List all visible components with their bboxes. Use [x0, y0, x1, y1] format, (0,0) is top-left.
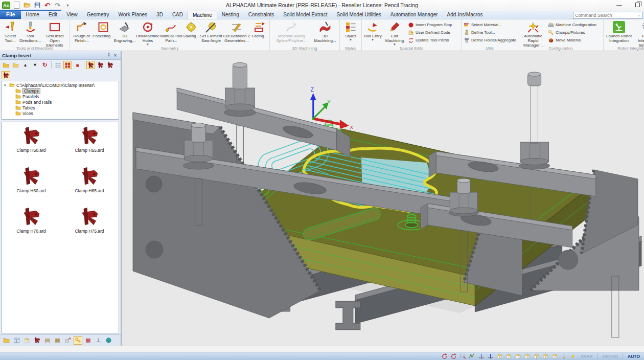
define-tool-button[interactable]: Define Tool...: [463, 29, 517, 36]
red-grid-icon[interactable]: ▦: [84, 336, 93, 345]
edit-machining-button[interactable]: Edit Machining ▾: [382, 20, 407, 44]
chevron-down-icon[interactable]: ⌄: [637, 13, 642, 17]
tab-view[interactable]: View: [62, 11, 82, 19]
tree-root[interactable]: ▾ C:\Alphacam\LICOMDIR\Clamp Inserter\: [2, 82, 119, 88]
tree-item-pods-and-rails[interactable]: Pods and Rails: [2, 99, 119, 105]
machine-along-spline-button[interactable]: Machine Along Spline/Polyline...: [271, 20, 312, 44]
3d-machining-button[interactable]: 3D Machining...: [312, 20, 338, 44]
cabinet-icon[interactable]: ▦: [53, 336, 62, 345]
cut-between-2-geometries-button[interactable]: Cut Between 2 Geometries...: [222, 20, 251, 44]
rotate-view-icon[interactable]: [441, 353, 448, 359]
list-item[interactable]: Clamp H50.ard: [2, 126, 60, 167]
tree-item-parallels[interactable]: Parallels: [2, 94, 119, 99]
drop-axis-icon[interactable]: [560, 353, 568, 359]
move-up-icon[interactable]: ▲: [21, 61, 30, 69]
tab-edit[interactable]: Edit: [44, 11, 62, 19]
tree-item-tables[interactable]: Tables: [2, 105, 119, 110]
tool-entry-button[interactable]: Tool Entry ▾: [363, 20, 382, 44]
tab-nesting[interactable]: Nesting: [217, 11, 244, 19]
launch-robot-integration-button[interactable]: Launch Robot Integration: [605, 20, 633, 44]
iso-view-icon[interactable]: [523, 353, 531, 359]
select-material-button[interactable]: Select Material...: [463, 21, 517, 28]
tab-automation-manager[interactable]: Automation Manager: [386, 11, 443, 19]
move-material-button[interactable]: Move Material: [547, 37, 602, 43]
user-defined-code-button[interactable]: User Defined Code: [407, 29, 460, 36]
tree-item-vices[interactable]: Vices: [2, 110, 119, 116]
folder-icon[interactable]: [2, 336, 11, 345]
pin-icon[interactable]: [105, 52, 112, 58]
close-icon[interactable]: ×: [112, 53, 119, 58]
world-icon[interactable]: [104, 336, 113, 345]
tab-solid-model-utilities[interactable]: Solid Model Utilities: [332, 11, 385, 19]
move-down-icon[interactable]: ▼: [31, 61, 39, 69]
export-box-icon[interactable]: [63, 336, 72, 345]
list-item[interactable]: Clamp H65.ard: [60, 167, 119, 207]
tab-3d[interactable]: 3D: [152, 11, 168, 19]
tab-add-ins-macros[interactable]: Add-Ins/Macros: [443, 11, 488, 19]
iso-view-icon[interactable]: [551, 353, 559, 359]
ortho-toggle[interactable]: ORTHO: [600, 354, 620, 359]
drawer-icon[interactable]: ▤: [43, 336, 52, 345]
pocketing-button[interactable]: Pocketing...: [93, 20, 114, 44]
list-item[interactable]: Clamp H60.ard: [2, 167, 60, 207]
define-holder-aggregate-button[interactable]: Define Holder/Aggregate...: [463, 37, 517, 43]
auto-toggle[interactable]: AUTO: [626, 354, 642, 359]
manual-tool-path-button[interactable]: Manual Tool Path...: [160, 20, 182, 44]
select-tool-button[interactable]: Select Tool...: [1, 20, 19, 44]
list-item[interactable]: Clamp H55.ard: [60, 126, 119, 167]
tree-item-clamps[interactable]: Clamps: [2, 88, 119, 94]
iso-view-icon[interactable]: [533, 353, 540, 359]
clamp-icon[interactable]: [33, 336, 41, 345]
polyline-measure-icon[interactable]: [468, 353, 476, 359]
iso-view-icon[interactable]: [542, 353, 549, 359]
tab-geometry[interactable]: Geometry: [82, 11, 114, 19]
machine-configuration-button[interactable]: Machine Configuration: [547, 21, 602, 28]
large-thumbnails-icon[interactable]: [63, 61, 72, 69]
sawing-button[interactable]: Sawing...: [182, 20, 200, 44]
small-thumbnails-icon[interactable]: [54, 61, 62, 69]
axis-triad-icon[interactable]: [477, 353, 485, 359]
tab-file[interactable]: File: [0, 11, 21, 19]
tree-expand-icon[interactable]: ▾: [4, 83, 8, 87]
restore-button[interactable]: [635, 3, 640, 7]
clamps-fixtures-button[interactable]: Clamps/Fixtures: [547, 29, 602, 36]
insert-clamp-icon[interactable]: [86, 61, 95, 69]
snap-toggle[interactable]: SNAP: [579, 354, 595, 359]
active-clamp-mode-icon[interactable]: [2, 71, 10, 79]
iso-view-icon[interactable]: [505, 353, 513, 359]
insert-program-stop-button[interactable]: Insert Program Stop: [407, 21, 460, 28]
tab-cad[interactable]: CAD: [168, 11, 188, 19]
set-unset-open-elements-button[interactable]: Set/Unset Open Elements: [41, 20, 68, 44]
tab-home[interactable]: Home: [21, 11, 44, 19]
orbit-view-icon[interactable]: [450, 353, 457, 359]
list-item[interactable]: Clamp H70.ard: [2, 207, 60, 248]
iso-view-icon[interactable]: [496, 353, 503, 359]
minimize-button[interactable]: —: [616, 2, 622, 8]
styles-button[interactable]: Styles ▾: [341, 20, 360, 44]
viewport-3d[interactable]: Z Y X: [122, 51, 644, 346]
solid-view-icon[interactable]: ■: [73, 61, 82, 69]
tab-work-planes[interactable]: Work Planes: [114, 11, 152, 19]
split-window-icon[interactable]: [12, 336, 21, 345]
automatic-rapid-manager-button[interactable]: Automatic Rapid Manager...: [519, 20, 547, 44]
facing-button[interactable]: Facing...: [251, 20, 268, 44]
tab-constraints[interactable]: Constraints: [244, 11, 279, 19]
iso-view-icon[interactable]: [514, 353, 522, 359]
delete-item-icon[interactable]: [11, 61, 20, 69]
refresh-icon[interactable]: ↻: [40, 61, 49, 69]
command-search-input[interactable]: [573, 13, 637, 18]
add-folder-icon[interactable]: [2, 61, 10, 69]
tab-solid-model-extract[interactable]: Solid Model Extract: [279, 11, 332, 19]
tab-machine[interactable]: Machine: [188, 11, 217, 19]
drill-machine-holes-button[interactable]: Drill/Machine Holes ▾: [135, 20, 160, 44]
material-box-icon[interactable]: [22, 336, 31, 345]
rough-or-finish-button[interactable]: Rough or Finish...: [71, 20, 93, 44]
plumb-line-icon[interactable]: ⊥: [94, 336, 103, 345]
key-icon[interactable]: [74, 336, 82, 345]
list-item[interactable]: Clamp H75.ard: [60, 207, 119, 248]
zoom-window-icon[interactable]: [459, 353, 467, 359]
axis-triad-alt-icon[interactable]: [487, 353, 494, 359]
insert-clamp-rotate-icon[interactable]: [96, 61, 105, 69]
tool-directions-button[interactable]: Tool Directions...: [19, 20, 41, 44]
insert-clamp-mirror-icon[interactable]: [106, 61, 114, 69]
